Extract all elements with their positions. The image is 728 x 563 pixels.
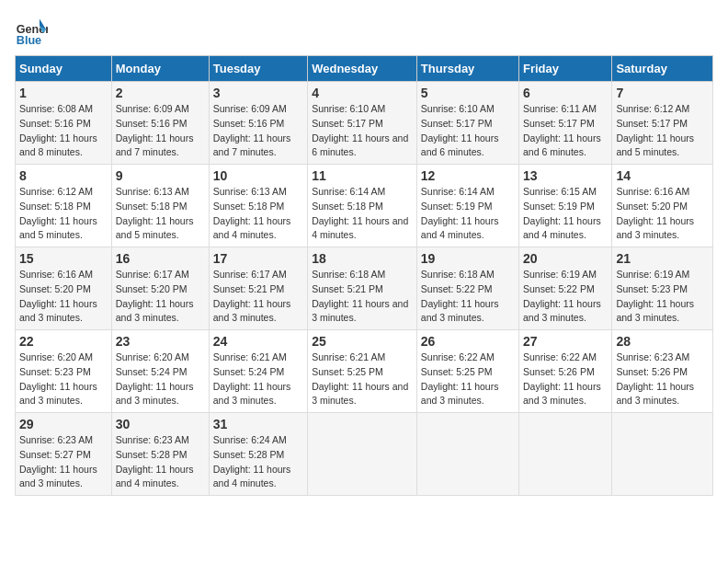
day-number: 30 [116, 417, 205, 431]
day-number: 31 [213, 417, 303, 431]
col-header-friday: Friday [519, 56, 612, 82]
day-number: 24 [213, 334, 303, 349]
calendar-cell: 28Sunrise: 6:23 AMSunset: 5:26 PMDayligh… [612, 330, 713, 413]
day-info: Sunrise: 6:23 AMSunset: 5:26 PMDaylight:… [616, 350, 709, 408]
day-info: Sunrise: 6:13 AMSunset: 5:18 PMDaylight:… [116, 185, 205, 243]
day-info: Sunrise: 6:16 AMSunset: 5:20 PMDaylight:… [616, 185, 709, 243]
daylight-text: Daylight: 11 hours and 3 minutes. [213, 298, 291, 324]
sunset-text: Sunset: 5:17 PM [421, 118, 493, 129]
day-number: 22 [19, 334, 108, 349]
day-info: Sunrise: 6:14 AMSunset: 5:18 PMDaylight:… [312, 185, 413, 243]
day-info: Sunrise: 6:20 AMSunset: 5:24 PMDaylight:… [116, 350, 205, 408]
day-number: 14 [616, 168, 709, 183]
day-info: Sunrise: 6:17 AMSunset: 5:21 PMDaylight:… [213, 268, 303, 326]
sunrise-text: Sunrise: 6:11 AM [523, 103, 597, 114]
calendar-cell: 26Sunrise: 6:22 AMSunset: 5:25 PMDayligh… [416, 330, 518, 413]
daylight-text: Daylight: 11 hours and 6 minutes. [523, 132, 601, 158]
calendar-cell: 11Sunrise: 6:14 AMSunset: 5:18 PMDayligh… [308, 165, 417, 247]
daylight-text: Daylight: 11 hours and 4 minutes. [116, 464, 194, 489]
calendar-cell: 10Sunrise: 6:13 AMSunset: 5:18 PMDayligh… [209, 165, 307, 247]
sunset-text: Sunset: 5:17 PM [312, 118, 383, 129]
sunrise-text: Sunrise: 6:20 AM [116, 351, 189, 362]
day-number: 1 [19, 86, 108, 100]
day-number: 18 [312, 251, 413, 266]
sunset-text: Sunset: 5:17 PM [523, 118, 595, 129]
sunset-text: Sunset: 5:18 PM [213, 201, 285, 212]
calendar-cell: 14Sunrise: 6:16 AMSunset: 5:20 PMDayligh… [612, 165, 713, 247]
day-number: 2 [116, 86, 205, 100]
sunset-text: Sunset: 5:17 PM [616, 118, 688, 129]
sunset-text: Sunset: 5:23 PM [616, 283, 688, 294]
calendar-cell: 29Sunrise: 6:23 AMSunset: 5:27 PMDayligh… [16, 413, 112, 496]
daylight-text: Daylight: 11 hours and 3 minutes. [421, 298, 499, 324]
sunrise-text: Sunrise: 6:22 AM [421, 351, 495, 362]
sunset-text: Sunset: 5:28 PM [116, 449, 188, 460]
day-info: Sunrise: 6:14 AMSunset: 5:19 PMDaylight:… [421, 185, 515, 243]
day-info: Sunrise: 6:18 AMSunset: 5:21 PMDaylight:… [312, 268, 413, 326]
daylight-text: Daylight: 11 hours and 3 minutes. [213, 381, 291, 407]
sunrise-text: Sunrise: 6:09 AM [116, 103, 189, 114]
calendar-cell: 5Sunrise: 6:10 AMSunset: 5:17 PMDaylight… [416, 82, 518, 165]
sunset-text: Sunset: 5:26 PM [616, 366, 688, 377]
day-number: 28 [616, 334, 709, 349]
day-info: Sunrise: 6:16 AMSunset: 5:20 PMDaylight:… [19, 268, 108, 326]
day-info: Sunrise: 6:19 AMSunset: 5:23 PMDaylight:… [616, 268, 709, 326]
day-number: 29 [19, 417, 108, 431]
daylight-text: Daylight: 11 hours and 3 minutes. [312, 298, 408, 324]
daylight-text: Daylight: 11 hours and 5 minutes. [116, 215, 194, 241]
calendar-cell: 13Sunrise: 6:15 AMSunset: 5:19 PMDayligh… [519, 165, 612, 247]
sunrise-text: Sunrise: 6:17 AM [213, 269, 287, 280]
day-number: 26 [421, 334, 515, 349]
calendar-cell: 31Sunrise: 6:24 AMSunset: 5:28 PMDayligh… [209, 413, 307, 496]
daylight-text: Daylight: 11 hours and 5 minutes. [616, 132, 694, 158]
daylight-text: Daylight: 11 hours and 3 minutes. [616, 215, 694, 241]
week-row: 15Sunrise: 6:16 AMSunset: 5:20 PMDayligh… [16, 247, 713, 330]
day-info: Sunrise: 6:23 AMSunset: 5:28 PMDaylight:… [116, 433, 205, 491]
sunrise-text: Sunrise: 6:19 AM [616, 269, 689, 280]
sunset-text: Sunset: 5:24 PM [213, 366, 285, 377]
day-info: Sunrise: 6:23 AMSunset: 5:27 PMDaylight:… [19, 433, 108, 491]
sunrise-text: Sunrise: 6:10 AM [312, 103, 385, 114]
sunset-text: Sunset: 5:19 PM [421, 201, 493, 212]
sunset-text: Sunset: 5:21 PM [213, 283, 285, 294]
daylight-text: Daylight: 11 hours and 6 minutes. [421, 132, 499, 158]
day-info: Sunrise: 6:10 AMSunset: 5:17 PMDaylight:… [421, 102, 515, 160]
calendar-cell: 16Sunrise: 6:17 AMSunset: 5:20 PMDayligh… [111, 247, 209, 330]
calendar-cell [612, 413, 713, 496]
daylight-text: Daylight: 11 hours and 3 minutes. [616, 298, 694, 324]
week-row: 29Sunrise: 6:23 AMSunset: 5:27 PMDayligh… [16, 413, 713, 496]
day-info: Sunrise: 6:10 AMSunset: 5:17 PMDaylight:… [312, 102, 413, 160]
week-row: 22Sunrise: 6:20 AMSunset: 5:23 PMDayligh… [16, 330, 713, 413]
calendar-cell: 1Sunrise: 6:08 AMSunset: 5:16 PMDaylight… [16, 82, 112, 165]
calendar-cell: 18Sunrise: 6:18 AMSunset: 5:21 PMDayligh… [308, 247, 417, 330]
sunset-text: Sunset: 5:21 PM [312, 283, 383, 294]
calendar-cell: 6Sunrise: 6:11 AMSunset: 5:17 PMDaylight… [519, 82, 612, 165]
daylight-text: Daylight: 11 hours and 7 minutes. [213, 132, 291, 158]
day-number: 27 [523, 334, 608, 349]
day-number: 13 [523, 168, 608, 183]
sunrise-text: Sunrise: 6:15 AM [523, 186, 597, 197]
sunrise-text: Sunrise: 6:10 AM [421, 103, 495, 114]
logo-icon: General Blue [15, 15, 48, 48]
col-header-thursday: Thursday [416, 56, 518, 82]
daylight-text: Daylight: 11 hours and 4 minutes. [421, 215, 499, 241]
calendar-cell: 2Sunrise: 6:09 AMSunset: 5:16 PMDaylight… [111, 82, 209, 165]
daylight-text: Daylight: 11 hours and 4 minutes. [213, 215, 291, 241]
day-number: 15 [19, 251, 108, 266]
day-number: 17 [213, 251, 303, 266]
col-header-monday: Monday [111, 56, 209, 82]
calendar-cell: 23Sunrise: 6:20 AMSunset: 5:24 PMDayligh… [111, 330, 209, 413]
page-header: General Blue [15, 15, 713, 48]
daylight-text: Daylight: 11 hours and 8 minutes. [19, 132, 97, 158]
sunset-text: Sunset: 5:27 PM [19, 449, 91, 460]
week-row: 8Sunrise: 6:12 AMSunset: 5:18 PMDaylight… [16, 165, 713, 247]
svg-text:Blue: Blue [17, 34, 41, 47]
sunrise-text: Sunrise: 6:08 AM [19, 103, 93, 114]
sunrise-text: Sunrise: 6:23 AM [116, 434, 189, 445]
sunset-text: Sunset: 5:20 PM [616, 201, 688, 212]
day-number: 21 [616, 251, 709, 266]
daylight-text: Daylight: 11 hours and 3 minutes. [19, 298, 97, 324]
daylight-text: Daylight: 11 hours and 3 minutes. [19, 464, 97, 489]
sunrise-text: Sunrise: 6:21 AM [312, 351, 385, 362]
sunset-text: Sunset: 5:19 PM [523, 201, 595, 212]
